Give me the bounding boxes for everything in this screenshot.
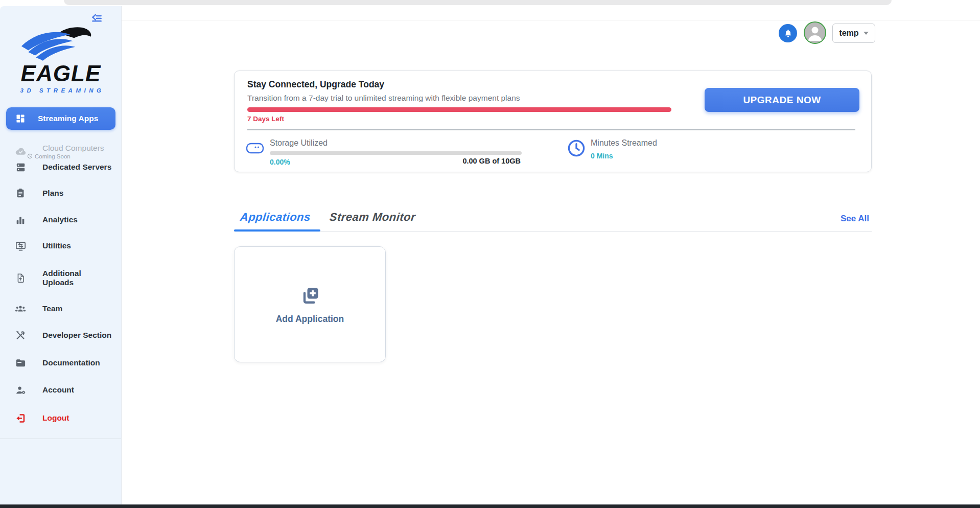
notifications-button[interactable] xyxy=(779,24,797,42)
active-tab-underline xyxy=(234,229,320,232)
sidebar-item-label: Plans xyxy=(42,189,63,198)
minutes-label: Minutes Streamed xyxy=(591,138,657,148)
banner-title: Stay Connected, Upgrade Today xyxy=(247,79,384,90)
sidebar-item-label: Cloud Computers xyxy=(42,144,104,152)
upgrade-banner-card: Stay Connected, Upgrade Today Transition… xyxy=(234,71,872,172)
header-divider xyxy=(122,20,980,20)
sidebar-collapse-icon[interactable] xyxy=(90,12,103,26)
main-content: temp Stay Connected, Upgrade Today Trans… xyxy=(122,6,980,505)
tools-icon xyxy=(14,330,27,341)
server-icon xyxy=(14,161,27,173)
logout-icon xyxy=(14,412,27,424)
sidebar-item-team[interactable]: Team xyxy=(0,298,122,319)
user-menu-dropdown[interactable]: temp xyxy=(832,24,875,43)
sidebar-item-label: Documentation xyxy=(42,358,100,367)
sidebar-item-label: Logout xyxy=(42,413,69,423)
sidebar-item-label: Developer Section xyxy=(42,331,111,340)
eagle-logo-graphic xyxy=(15,26,106,62)
sidebar-divider xyxy=(0,438,121,439)
sidebar-item-label: Additional Uploads xyxy=(42,269,91,287)
sidebar-item-label: Dedicated Servers xyxy=(42,163,111,172)
sidebar-item-utilities[interactable]: Utilities xyxy=(0,236,122,256)
library-add-icon xyxy=(299,284,321,309)
sidebar-item-logout[interactable]: Logout xyxy=(0,408,122,428)
sidebar-item-label: Account xyxy=(42,385,74,395)
os-taskbar-sliver xyxy=(0,504,980,508)
storage-label: Storage Utilized xyxy=(270,138,328,148)
trial-progress-bar xyxy=(247,107,671,112)
storage-icon xyxy=(246,142,264,157)
clipboard-icon xyxy=(14,188,27,199)
add-application-label: Add Application xyxy=(276,314,344,325)
monitor-arrows-icon xyxy=(14,240,27,252)
banner-subtitle: Transition from a 7-day trial to unlimit… xyxy=(247,94,520,103)
sidebar-item-label: Streaming Apps xyxy=(38,114,98,123)
sidebar-item-documentation[interactable]: Documentation xyxy=(0,353,122,373)
bell-icon xyxy=(783,29,793,38)
sidebar-item-label: Utilities xyxy=(42,241,71,250)
sidebar-item-label: Analytics xyxy=(42,215,78,224)
file-upload-icon xyxy=(14,272,27,284)
person-icon xyxy=(805,22,825,43)
sidebar-item-analytics[interactable]: Analytics xyxy=(0,210,122,230)
team-icon xyxy=(14,303,27,315)
sidebar-item-dedicated-servers[interactable]: Dedicated Servers xyxy=(0,157,122,177)
page: EAGLE 3D STREAMING Streaming Apps xyxy=(0,0,980,508)
banner-divider xyxy=(247,129,855,130)
account-gear-icon xyxy=(14,384,27,396)
minutes-value: 0 Mins xyxy=(591,152,613,160)
tabs-baseline xyxy=(234,231,872,232)
chevron-down-icon xyxy=(864,32,869,35)
storage-usage: 0.00 GB of 10GB xyxy=(462,157,521,165)
upgrade-now-button[interactable]: UPGRADE NOW xyxy=(705,88,859,112)
sidebar-item-label: Team xyxy=(42,304,62,313)
bar-chart-icon xyxy=(14,214,27,225)
see-all-link[interactable]: See All xyxy=(841,214,869,224)
sidebar-item-plans[interactable]: Plans xyxy=(0,183,122,203)
browser-chrome-bar xyxy=(64,0,892,5)
clock-icon xyxy=(567,138,586,160)
sidebar-item-developer-section[interactable]: Developer Section xyxy=(0,325,122,345)
storage-percent: 0.00% xyxy=(270,158,290,166)
storage-progress-bar xyxy=(270,151,522,155)
logo-title: EAGLE xyxy=(1,62,120,85)
logo-tagline: 3D STREAMING xyxy=(0,87,122,94)
folder-icon xyxy=(14,357,27,369)
days-left-label: 7 Days Left xyxy=(247,115,284,123)
sidebar-item-account[interactable]: Account xyxy=(0,380,122,400)
sidebar: EAGLE 3D STREAMING Streaming Apps xyxy=(0,6,122,505)
tab-applications[interactable]: Applications xyxy=(240,211,312,224)
add-application-card[interactable]: Add Application xyxy=(234,246,386,362)
cloud-done-icon xyxy=(14,145,27,158)
eagle-logo: EAGLE 3D STREAMING xyxy=(0,26,122,94)
sidebar-item-streaming-apps[interactable]: Streaming Apps xyxy=(6,107,115,130)
username: temp xyxy=(839,29,858,38)
sidebar-item-additional-uploads[interactable]: Additional Uploads xyxy=(0,264,122,292)
user-avatar[interactable] xyxy=(804,21,826,44)
dashboard-icon xyxy=(15,113,26,124)
tab-stream-monitor[interactable]: Stream Monitor xyxy=(329,211,416,224)
